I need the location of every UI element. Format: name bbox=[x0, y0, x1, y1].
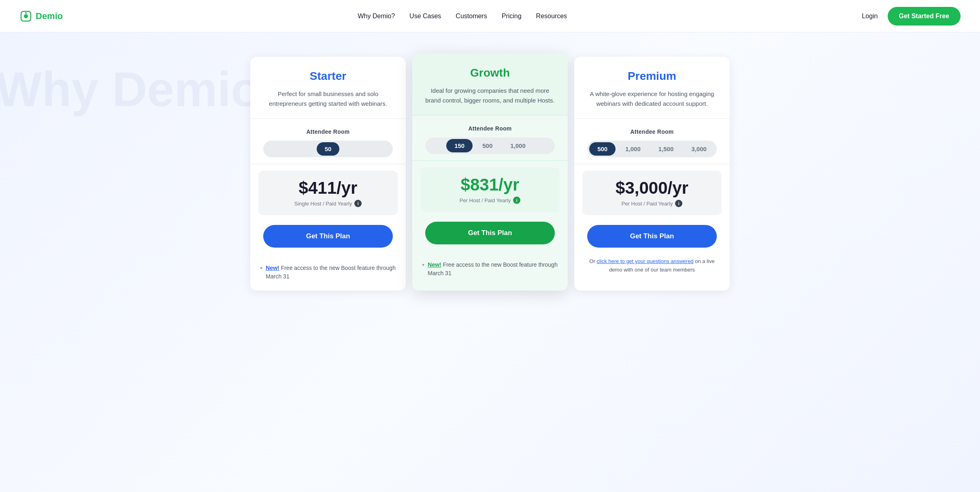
premium-info-icon[interactable]: i bbox=[675, 200, 682, 207]
starter-name: Starter bbox=[263, 70, 393, 83]
premium-attendee-label: Attendee Room bbox=[587, 128, 717, 135]
svg-point-2 bbox=[25, 12, 27, 14]
premium-or-demo: Or click here to get your questions answ… bbox=[574, 257, 730, 281]
plan-card-premium: Premium A white-glove experience for hos… bbox=[574, 57, 730, 291]
nav-resources[interactable]: Resources bbox=[536, 13, 567, 20]
growth-attendee-section: Attendee Room 150 500 1,000 bbox=[412, 116, 568, 161]
growth-boost-text: Free access to the new Boost feature thr… bbox=[428, 261, 558, 276]
logo[interactable]: Demio bbox=[19, 10, 63, 23]
svg-point-1 bbox=[24, 14, 28, 18]
premium-price: $3,000/yr bbox=[592, 179, 712, 197]
growth-price-note: Per Host / Paid Yearly i bbox=[430, 197, 550, 204]
growth-info-icon[interactable]: i bbox=[513, 197, 520, 204]
starter-price-section: $411/yr Single Host / Paid Yearly i bbox=[258, 171, 398, 215]
pricing-grid: Starter Perfect for small businesses and… bbox=[247, 57, 733, 291]
growth-cta-section: Get This Plan bbox=[412, 218, 568, 254]
nav-customers[interactable]: Customers bbox=[456, 13, 487, 20]
logo-icon bbox=[19, 10, 32, 23]
growth-boost-dot: • bbox=[422, 261, 424, 270]
nav-use-cases[interactable]: Use Cases bbox=[409, 13, 441, 20]
premium-name: Premium bbox=[587, 70, 717, 83]
starter-cta-button[interactable]: Get This Plan bbox=[263, 225, 393, 248]
starter-boost-section: • New! Free access to the new Boost feat… bbox=[250, 257, 406, 291]
starter-price: $411/yr bbox=[268, 179, 388, 197]
nav-links: Why Demio? Use Cases Customers Pricing R… bbox=[358, 13, 567, 20]
nav-pricing[interactable]: Pricing bbox=[502, 13, 522, 20]
growth-cta-button[interactable]: Get This Plan bbox=[425, 222, 555, 244]
starter-boost-item: • New! Free access to the new Boost feat… bbox=[260, 264, 396, 281]
growth-description: Ideal for growing companies that need mo… bbox=[425, 86, 555, 105]
starter-boost-text: Free access to the new Boost feature thr… bbox=[266, 265, 396, 280]
growth-boost-section: • New! Free access to the new Boost feat… bbox=[412, 254, 568, 287]
starter-attendee-selector: 50 bbox=[263, 141, 393, 157]
premium-description: A white-glove experience for hosting eng… bbox=[587, 89, 717, 109]
premium-price-section: $3,000/yr Per Host / Paid Yearly i bbox=[582, 171, 722, 215]
navbar: Demio Why Demio? Use Cases Customers Pri… bbox=[0, 0, 980, 32]
premium-attendee-section: Attendee Room 500 1,000 1,500 3,000 bbox=[574, 119, 730, 164]
get-started-button[interactable]: Get Started Free bbox=[888, 7, 961, 26]
nav-why-demio[interactable]: Why Demio? bbox=[358, 13, 395, 20]
starter-description: Perfect for small businesses and solo en… bbox=[263, 89, 393, 109]
login-link[interactable]: Login bbox=[862, 13, 878, 20]
premium-attendee-3000[interactable]: 3,000 bbox=[683, 142, 715, 156]
growth-attendee-label: Attendee Room bbox=[425, 125, 555, 132]
premium-attendee-1000[interactable]: 1,000 bbox=[617, 142, 649, 156]
starter-boost-new[interactable]: New! bbox=[266, 265, 279, 271]
growth-header: Growth Ideal for growing companies that … bbox=[412, 53, 568, 116]
premium-demo-link[interactable]: click here to get your questions answere… bbox=[597, 258, 693, 264]
premium-header: Premium A white-glove experience for hos… bbox=[574, 57, 730, 119]
premium-attendee-1500[interactable]: 1,500 bbox=[650, 142, 682, 156]
plan-card-starter: Starter Perfect for small businesses and… bbox=[250, 57, 406, 291]
nav-actions: Login Get Started Free bbox=[862, 7, 961, 26]
growth-price-section: $831/yr Per Host / Paid Yearly i bbox=[420, 167, 560, 212]
premium-attendee-selector: 500 1,000 1,500 3,000 bbox=[587, 141, 717, 157]
starter-cta-section: Get This Plan bbox=[250, 222, 406, 257]
growth-price: $831/yr bbox=[430, 175, 550, 194]
premium-cta-section: Get This Plan bbox=[574, 222, 730, 257]
growth-name: Growth bbox=[425, 66, 555, 79]
pricing-page: Starter Perfect for small businesses and… bbox=[0, 32, 980, 492]
starter-price-note: Single Host / Paid Yearly i bbox=[268, 200, 388, 207]
starter-attendee-label: Attendee Room bbox=[263, 128, 393, 135]
growth-attendee-1000[interactable]: 1,000 bbox=[502, 139, 534, 152]
premium-cta-button[interactable]: Get This Plan bbox=[587, 225, 717, 248]
plan-card-growth: Growth Ideal for growing companies that … bbox=[412, 53, 568, 291]
starter-header: Starter Perfect for small businesses and… bbox=[250, 57, 406, 119]
premium-attendee-500[interactable]: 500 bbox=[589, 142, 616, 156]
starter-info-icon[interactable]: i bbox=[354, 200, 362, 207]
starter-attendee-50[interactable]: 50 bbox=[317, 142, 340, 156]
growth-attendee-150[interactable]: 150 bbox=[446, 139, 473, 152]
starter-attendee-section: Attendee Room 50 bbox=[250, 119, 406, 164]
growth-attendee-selector: 150 500 1,000 bbox=[425, 137, 555, 154]
growth-attendee-500[interactable]: 500 bbox=[474, 139, 501, 152]
growth-boost-item: • New! Free access to the new Boost feat… bbox=[422, 261, 558, 278]
growth-boost-new[interactable]: New! bbox=[428, 261, 441, 268]
starter-boost-dot: • bbox=[260, 264, 262, 273]
logo-text: Demio bbox=[36, 11, 63, 21]
premium-price-note: Per Host / Paid Yearly i bbox=[592, 200, 712, 207]
